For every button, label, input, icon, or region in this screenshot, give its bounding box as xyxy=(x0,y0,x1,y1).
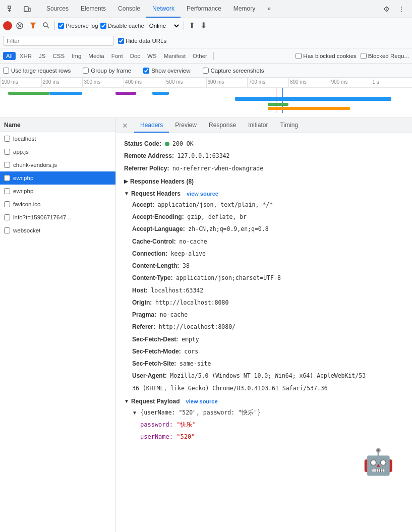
status-indicator xyxy=(165,142,169,146)
header-origin: Origin: http://localhost:8080 xyxy=(132,298,404,307)
robot-placeholder: 🤖 xyxy=(124,444,404,475)
payload-raw-line[interactable]: ▼ {userName: "520", password: "快乐"} xyxy=(132,408,404,417)
file-item-appjs[interactable]: app.js xyxy=(0,145,115,158)
status-code-row: Status Code: 200 OK xyxy=(124,139,404,148)
ruler-mark-100: 100 ms xyxy=(0,78,41,87)
file-item-favicon[interactable]: favicon.ico xyxy=(0,198,115,211)
type-btn-media[interactable]: Media xyxy=(85,52,107,60)
tab-sources[interactable]: Sources xyxy=(40,0,75,18)
throttle-select[interactable]: Online Fast 3G Slow 3G Offline xyxy=(146,22,181,29)
type-btn-xhr[interactable]: XHR xyxy=(17,52,35,60)
type-btn-img[interactable]: Img xyxy=(69,52,84,60)
more-options-icon[interactable]: ⋮ xyxy=(395,3,408,16)
header-sec-fetch-dest: Sec-Fetch-Dest: empty xyxy=(132,335,404,344)
has-blocked-cookies-checkbox[interactable] xyxy=(296,53,302,59)
timeline-bar-1 xyxy=(8,92,49,95)
svg-point-10 xyxy=(43,23,47,27)
has-blocked-cookies-label[interactable]: Has blocked cookies xyxy=(296,53,356,59)
blocked-requests-checkbox[interactable] xyxy=(361,53,367,59)
disable-cache-checkbox[interactable]: Disable cache xyxy=(100,23,144,29)
tab-more[interactable]: » xyxy=(261,0,277,18)
preserve-log-checkbox[interactable]: Preserve log xyxy=(58,23,98,29)
type-filter-row: All XHR JS CSS Img Media Font Doc WS Man… xyxy=(0,48,412,64)
svg-line-11 xyxy=(47,26,49,28)
ruler-mark-700: 700 ms xyxy=(247,78,288,87)
tab-bar-actions: ⚙ ⋮ xyxy=(380,3,408,16)
type-btn-js[interactable]: JS xyxy=(36,52,48,60)
remote-address-row: Remote Address: 127.0.0.1:63342 xyxy=(124,151,404,160)
capture-screenshots-checkbox[interactable] xyxy=(203,68,209,74)
clear-button[interactable] xyxy=(14,20,25,31)
type-btn-other[interactable]: Other xyxy=(190,52,210,60)
header-sec-fetch-mode: Sec-Fetch-Mode: cors xyxy=(132,347,404,356)
show-overview-option[interactable]: Show overview xyxy=(143,68,190,74)
inspect-icon[interactable] xyxy=(4,2,18,16)
tab-console[interactable]: Console xyxy=(112,0,146,18)
capture-screenshots-option[interactable]: Capture screenshots xyxy=(203,68,264,74)
header-accept: Accept: application/json, text/plain, */… xyxy=(132,200,404,209)
large-rows-checkbox[interactable] xyxy=(3,68,9,74)
type-btn-font[interactable]: Font xyxy=(108,52,126,60)
throttle-dropdown[interactable]: Online Fast 3G Slow 3G Offline xyxy=(146,22,181,29)
request-payload-content: ▼ {userName: "520", password: "快乐"} pass… xyxy=(124,408,404,441)
upload-icon[interactable]: ⬆ xyxy=(187,21,197,30)
ruler-mark-500: 500 ms xyxy=(165,78,206,87)
hide-data-urls-checkbox[interactable]: Hide data URLs xyxy=(118,38,166,44)
tab-performance[interactable]: Performance xyxy=(181,0,227,18)
detail-tab-initiator[interactable]: Initiator xyxy=(242,118,274,133)
detail-close-button[interactable]: ✕ xyxy=(120,121,130,131)
filter-row: Hide data URLs xyxy=(0,33,412,48)
request-payload-triangle xyxy=(124,398,129,404)
file-item-localhost[interactable]: localhost xyxy=(0,132,115,145)
timeline-bar-4 xyxy=(152,92,169,95)
filter-input[interactable] xyxy=(3,36,114,46)
filter-button[interactable] xyxy=(27,20,38,31)
file-item-chunk-vendors[interactable]: chunk-vendors.js xyxy=(0,158,115,171)
response-headers-section[interactable]: Response Headers (8) xyxy=(124,178,404,185)
detail-tab-headers[interactable]: Headers xyxy=(134,118,169,133)
request-headers-view-source[interactable]: view source xyxy=(187,191,218,197)
header-cache-control: Cache-Control: no-cache xyxy=(132,237,404,246)
file-item-ewr-selected[interactable]: ewr.php xyxy=(0,171,115,185)
header-user-agent: User-Agent: Mozilla/5.0 (Windows NT 10.0… xyxy=(132,371,404,380)
group-by-frame-option[interactable]: Group by frame xyxy=(83,68,131,74)
type-btn-doc[interactable]: Doc xyxy=(127,52,143,60)
download-icon[interactable]: ⬇ xyxy=(199,21,208,30)
tab-network[interactable]: Network xyxy=(146,0,181,18)
device-toggle-icon[interactable] xyxy=(20,2,34,16)
group-by-frame-checkbox[interactable] xyxy=(83,68,89,74)
ruler-mark-900: 900 ms xyxy=(330,78,371,87)
detail-panel: ✕ Headers Preview Response Initiator Tim… xyxy=(116,118,412,532)
type-btn-manifest[interactable]: Manifest xyxy=(161,52,189,60)
large-rows-option[interactable]: Use large request rows xyxy=(3,68,71,74)
search-button[interactable] xyxy=(40,20,51,31)
file-list: Name localhost app.js chunk-vendors.js e… xyxy=(0,118,116,532)
type-btn-css[interactable]: CSS xyxy=(49,52,68,60)
settings-icon[interactable]: ⚙ xyxy=(380,3,393,16)
timeline-bar-7 xyxy=(268,107,350,110)
tab-memory[interactable]: Memory xyxy=(227,0,261,18)
blocked-requests-label[interactable]: Blocked Requ... xyxy=(361,53,409,59)
show-overview-checkbox[interactable] xyxy=(143,68,149,74)
detail-tabs: ✕ Headers Preview Response Initiator Tim… xyxy=(116,118,412,133)
file-item-info[interactable]: info?t=15906717647... xyxy=(0,211,115,224)
request-headers-section[interactable]: Request Headers view source xyxy=(124,190,404,197)
header-content-type: Content-Type: application/json;charset=U… xyxy=(132,273,404,282)
header-accept-encoding: Accept-Encoding: gzip, deflate, br xyxy=(132,212,404,221)
main-content: Name localhost app.js chunk-vendors.js e… xyxy=(0,118,412,532)
ruler-mark-400: 400 ms xyxy=(124,78,165,87)
request-payload-view-source[interactable]: view source xyxy=(186,398,218,404)
detail-tab-response[interactable]: Response xyxy=(203,118,242,133)
type-btn-all[interactable]: All xyxy=(3,52,16,60)
file-list-header: Name xyxy=(0,118,115,132)
toolbar-separator-1 xyxy=(54,21,55,30)
file-item-websocket[interactable]: websocket xyxy=(0,224,115,237)
request-payload-section[interactable]: Request Payload view source xyxy=(124,398,404,405)
devtools-controls xyxy=(4,2,34,16)
detail-tab-timing[interactable]: Timing xyxy=(274,118,304,133)
tab-elements[interactable]: Elements xyxy=(75,0,112,18)
type-btn-ws[interactable]: WS xyxy=(144,52,160,60)
record-button[interactable] xyxy=(3,21,12,30)
file-item-ewr2[interactable]: ewr.php xyxy=(0,185,115,198)
detail-tab-preview[interactable]: Preview xyxy=(169,118,203,133)
